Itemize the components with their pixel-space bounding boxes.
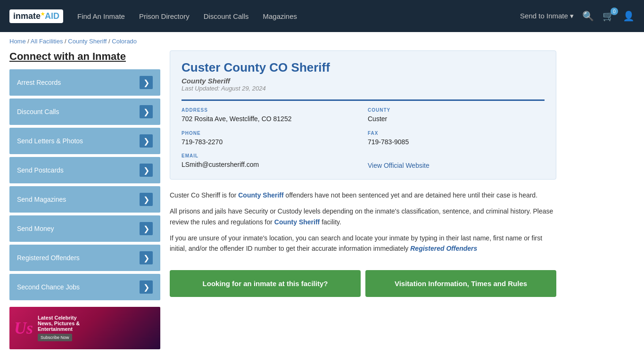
sidebar-item-second-chance-jobs[interactable]: Second Chance Jobs ❯ [9,274,160,300]
nav-discount-calls[interactable]: Discount Calls [204,12,249,20]
ad-inner: Us Latest Celebrity News, Pictures & Ent… [9,307,160,349]
nav-links: Find An Inmate Prison Directory Discount… [77,12,520,20]
website-block: View Official Website [368,153,545,170]
ad-subscribe-btn[interactable]: Subscribe Now [38,334,72,341]
cart-icon[interactable]: 🛒 0 [603,10,614,22]
nav-prison-directory[interactable]: Prison Directory [139,12,190,20]
address-block: ADDRESS 702 Rosita Ave, Westcliffe, CO 8… [182,107,358,124]
facility-type: County Sheriff [182,77,545,85]
sidebar-item-send-postcards[interactable]: Send Postcards ❯ [9,157,160,183]
nav-discount-calls-link[interactable]: Discount Calls [204,12,249,20]
county-label: COUNTY [368,107,545,113]
arrow-icon: ❯ [140,251,153,264]
logo-aid: AID [45,11,59,21]
arrow-icon: ❯ [140,280,153,294]
nav-find-inmate[interactable]: Find An Inmate [77,12,125,20]
sidebar-item-send-letters-label: Send Letters & Photos [17,137,83,145]
sidebar-item-arrest-records-label: Arrest Records [17,79,61,86]
arrow-icon: ❯ [140,134,153,148]
email-block: EMAIL LSmith@custersheriff.com [182,153,358,170]
nav-magazines-link[interactable]: Magazines [263,12,297,20]
arrow-icon: ❯ [140,164,153,177]
looking-for-inmate-button[interactable]: Looking for an inmate at this facility? [170,270,361,297]
registered-offenders-link[interactable]: Registered Offenders [410,245,477,252]
description-para1: Custer Co Sheriff is for County Sheriff … [170,190,556,200]
logo-brand[interactable]: inmate★AID [9,9,63,23]
desc-para2-pre: All prisons and jails have Security or C… [170,207,553,225]
logo-star: ★ [41,11,45,16]
fax-label: FAX [368,131,545,136]
facility-card: Custer County CO Sheriff County Sheriff … [170,50,556,180]
fax-value: 719-783-9085 [368,138,545,147]
arrow-icon: ❯ [140,222,153,235]
county-value: Custer [368,115,545,124]
sidebar-item-send-money-label: Send Money [17,225,54,232]
email-label: EMAIL [182,153,358,158]
sidebar-item-send-money[interactable]: Send Money ❯ [9,215,160,242]
ad-line3: Entertainment [38,326,80,332]
address-value: 702 Rosita Ave, Westcliffe, CO 81252 [182,115,358,124]
phone-block: PHONE 719-783-2270 [182,131,358,147]
ad-logo: Us [14,318,33,338]
facility-info-grid: ADDRESS 702 Rosita Ave, Westcliffe, CO 8… [182,99,545,170]
county-block: COUNTY Custer [368,107,545,124]
desc-para3-pre: If you are unsure of your inmate's locat… [170,234,542,252]
desc-para1-pre: Custer Co Sheriff is for [170,191,238,199]
sidebar-item-arrest-records[interactable]: Arrest Records ❯ [9,69,160,96]
nav-right: Send to Inmate ▾ 🔍 🛒 0 👤 [520,10,635,22]
view-official-website-link[interactable]: View Official Website [368,162,429,169]
description-para2: All prisons and jails have Security or C… [170,206,556,227]
sidebar-item-send-magazines[interactable]: Send Magazines ❯ [9,186,160,213]
breadcrumb-county-sheriff[interactable]: County Sheriff [68,38,107,45]
sidebar-menu: Arrest Records ❯ Discount Calls ❯ Send L… [9,69,160,300]
sidebar-item-registered-offenders[interactable]: Registered Offenders ❯ [9,245,160,271]
search-icon[interactable]: 🔍 [582,10,594,22]
description-para3: If you are unsure of your inmate's locat… [170,233,556,254]
nav-magazines[interactable]: Magazines [263,12,297,20]
arrow-icon: ❯ [140,76,153,89]
ad-logo-text: Us [14,319,33,337]
sidebar-item-discount-calls[interactable]: Discount Calls ❯ [9,99,160,125]
phone-value: 719-783-2270 [182,138,358,147]
desc-para1-post: offenders have not been sentenced yet an… [284,191,537,199]
ad-copy: Latest Celebrity News, Pictures & Entert… [38,315,80,341]
address-label: ADDRESS [182,107,358,113]
send-to-inmate-btn[interactable]: Send to Inmate ▾ [520,12,574,20]
facility-content: Custer County CO Sheriff County Sheriff … [170,50,556,349]
arrow-icon: ❯ [140,105,153,118]
breadcrumb: Home / All Facilities / County Sheriff /… [0,32,644,50]
breadcrumb-all-facilities[interactable]: All Facilities [31,38,63,45]
sidebar-item-registered-offenders-label: Registered Offenders [17,254,80,262]
county-sheriff-link-2[interactable]: County Sheriff [274,218,320,226]
email-value: LSmith@custersheriff.com [182,160,358,170]
advertisement-banner[interactable]: Us Latest Celebrity News, Pictures & Ent… [9,307,160,349]
phone-label: PHONE [182,131,358,136]
nav-find-inmate-link[interactable]: Find An Inmate [77,12,125,20]
facility-name: Custer County CO Sheriff [182,60,545,75]
user-icon[interactable]: 👤 [623,10,635,22]
sidebar-item-second-chance-jobs-label: Second Chance Jobs [17,283,80,291]
breadcrumb-home[interactable]: Home [9,38,26,45]
ad-line2: News, Pictures & [38,321,80,326]
sidebar: Connect with an Inmate Arrest Records ❯ … [9,50,160,349]
logo-text: inmate★AID [13,11,59,21]
main-content: Connect with an Inmate Arrest Records ❯ … [0,50,566,359]
visitation-information-button[interactable]: Visitation Information, Times and Rules [365,270,556,297]
description-block: Custer Co Sheriff is for County Sheriff … [170,188,556,262]
logo-box: inmate★AID [9,9,63,23]
ad-line1: Latest Celebrity [38,315,80,321]
desc-para2-post: facility. [320,218,341,226]
logo-inmate: inmate [13,11,41,21]
navbar: inmate★AID Find An Inmate Prison Directo… [0,0,644,32]
sidebar-item-send-postcards-label: Send Postcards [17,166,64,174]
fax-block: FAX 719-783-9085 [368,131,545,147]
sidebar-item-send-magazines-label: Send Magazines [17,196,66,203]
facility-updated: Last Updated: August 29, 2024 [182,85,545,92]
county-sheriff-link-1[interactable]: County Sheriff [238,191,283,199]
arrow-icon: ❯ [140,193,153,206]
nav-prison-directory-link[interactable]: Prison Directory [139,12,190,20]
sidebar-item-send-letters[interactable]: Send Letters & Photos ❯ [9,128,160,154]
sidebar-title: Connect with an Inmate [9,50,160,63]
bottom-buttons: Looking for an inmate at this facility? … [170,270,556,297]
breadcrumb-state[interactable]: Colorado [112,38,137,45]
